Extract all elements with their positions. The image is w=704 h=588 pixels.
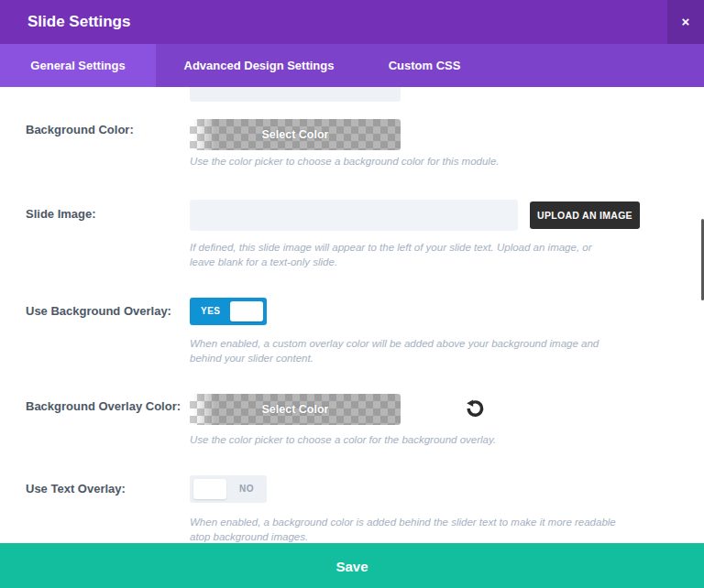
reset-icon[interactable] <box>464 398 486 420</box>
use-background-overlay-label: Use Background Overlay: <box>26 303 187 320</box>
background-overlay-color-description: Use the color picker to choose a color f… <box>190 432 617 447</box>
select-color-label: Select Color <box>262 119 329 150</box>
toggle-state-label: YES <box>201 298 221 325</box>
background-color-description: Use the color picker to choose a backgro… <box>190 154 617 169</box>
save-button[interactable]: Save <box>0 543 704 588</box>
slide-image-label: Slide Image: <box>26 206 187 223</box>
background-color-select-button[interactable]: Select Color <box>190 119 401 150</box>
close-icon[interactable]: × <box>667 0 704 44</box>
toggle-knob <box>230 301 263 321</box>
scrolled-partial-field <box>190 87 401 102</box>
use-text-overlay-description: When enabled, a background color is adde… <box>190 515 617 544</box>
tab-bar: General Settings Advanced Design Setting… <box>0 44 704 87</box>
use-text-overlay-toggle[interactable]: NO <box>190 475 267 503</box>
slide-settings-modal: Slide Settings × General Settings Advanc… <box>0 0 704 588</box>
background-color-label: Background Color: <box>26 122 187 138</box>
toggle-knob <box>193 479 226 499</box>
slide-image-description: If defined, this slide image will appear… <box>190 240 617 269</box>
toggle-state-label: NO <box>239 475 254 503</box>
slide-image-input[interactable] <box>190 200 518 231</box>
select-color-label: Select Color <box>262 394 329 425</box>
modal-title: Slide Settings <box>28 0 130 44</box>
use-background-overlay-toggle[interactable]: YES <box>190 298 267 325</box>
use-background-overlay-description: When enabled, a custom overlay color wil… <box>190 336 617 365</box>
use-text-overlay-label: Use Text Overlay: <box>26 481 187 497</box>
background-overlay-color-select-button[interactable]: Select Color <box>190 394 401 425</box>
tab-custom-css[interactable]: Custom CSS <box>362 44 487 87</box>
tab-advanced-design-settings[interactable]: Advanced Design Settings <box>156 44 362 87</box>
modal-header: Slide Settings × <box>0 0 704 44</box>
settings-content: Background Color: Select Color Use the c… <box>0 87 704 543</box>
background-overlay-color-label: Background Overlay Color: <box>26 398 187 415</box>
tab-general-settings[interactable]: General Settings <box>0 44 156 87</box>
upload-image-button[interactable]: UPLOAD AN IMAGE <box>530 201 640 229</box>
